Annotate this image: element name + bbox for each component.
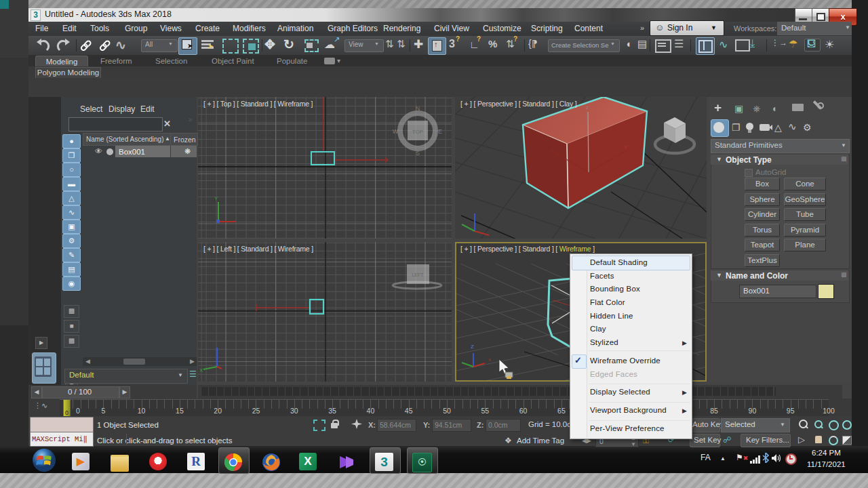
svg-text:x: x xyxy=(624,144,627,150)
svg-text:TOP: TOP xyxy=(412,129,423,135)
svg-text:Y: Y xyxy=(214,195,218,201)
svg-text:N: N xyxy=(416,105,420,112)
svg-text:E: E xyxy=(438,128,442,135)
svg-text:S: S xyxy=(416,150,420,157)
svg-text:W: W xyxy=(393,128,399,135)
svg-text:Y: Y xyxy=(547,144,551,150)
svg-text:z: z xyxy=(586,104,589,110)
svg-text:x: x xyxy=(488,357,491,363)
svg-text:Z: Z xyxy=(471,344,474,350)
svg-text:LEFT: LEFT xyxy=(412,272,424,277)
svg-text:X: X xyxy=(199,367,203,373)
